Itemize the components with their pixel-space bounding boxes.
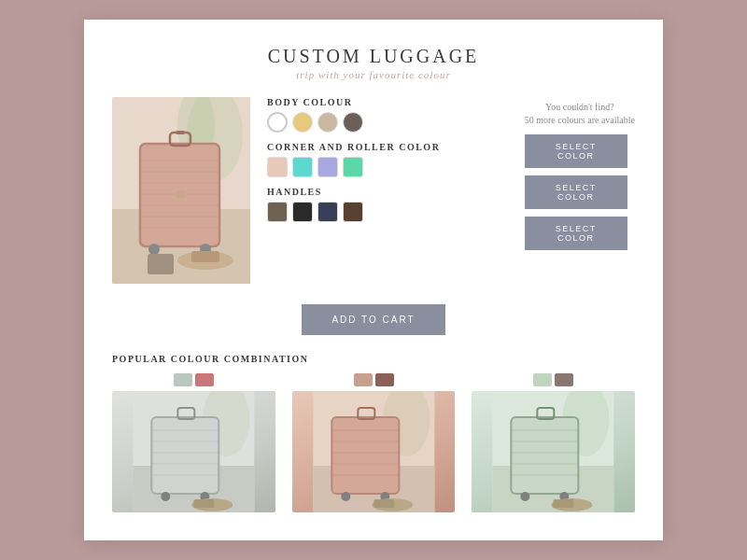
svg-rect-19 <box>191 251 219 262</box>
couldnt-find-line2: 50 more colours are available <box>525 114 635 127</box>
handle-swatch-0[interactable] <box>267 202 288 222</box>
corner-roller-label: CORNER AND ROLLER COLOR <box>267 142 508 152</box>
combo-swatch-1b <box>375 373 394 386</box>
handles-label: HANDLES <box>267 187 508 197</box>
corner-roller-swatches <box>267 157 508 177</box>
svg-point-62 <box>521 492 530 501</box>
add-to-cart-button[interactable]: ADd To CaRT <box>302 304 444 335</box>
combo-item-0[interactable] <box>112 373 275 512</box>
combo-swatch-2a <box>533 373 552 386</box>
handle-swatch-2[interactable] <box>317 202 338 222</box>
combo-img-2 <box>472 391 635 512</box>
corner-swatch-3[interactable] <box>343 157 363 177</box>
add-to-cart-wrap: ADd To CaRT <box>112 304 635 335</box>
svg-point-47 <box>341 492 350 501</box>
combo-swatches-1 <box>354 373 394 386</box>
svg-rect-39 <box>331 417 399 494</box>
svg-point-32 <box>161 492 170 501</box>
combo-swatch-0b <box>195 373 214 386</box>
options-section: BODY COLOUR CORNER AND ROLLER COLOR <box>267 97 508 284</box>
handles-row: HANDLES <box>267 187 508 222</box>
svg-rect-14 <box>176 131 185 134</box>
body-swatch-1[interactable] <box>292 112 313 133</box>
body-colour-swatches <box>267 112 508 133</box>
combo-swatch-2b <box>555 373 573 386</box>
combo-img-1 <box>292 391 456 512</box>
select-color-btn-2[interactable]: SELECT COLOR <box>525 175 627 209</box>
body-colour-label: BODY COLOUR <box>267 97 508 107</box>
combo-img-0 <box>112 391 275 512</box>
svg-rect-35 <box>193 499 214 508</box>
luggage-preview <box>112 97 250 284</box>
handle-swatch-3[interactable] <box>343 202 363 222</box>
corner-swatch-2[interactable] <box>317 157 338 177</box>
handles-swatches <box>267 202 508 222</box>
popular-section: POPULAR COLOUR COMBINATION <box>112 354 635 512</box>
page-subtitle: trip with your favourite colour <box>112 69 635 80</box>
svg-rect-54 <box>512 417 579 494</box>
combo-swatch-1a <box>354 373 373 386</box>
select-color-btn-3[interactable]: SELECT COLOR <box>525 217 627 250</box>
popular-label: POPULAR COLOUR COMBINATION <box>112 354 635 364</box>
right-info: You couldn't find? 50 more colours are a… <box>525 97 635 284</box>
combo-swatches-2 <box>533 373 573 386</box>
top-section: BODY COLOUR CORNER AND ROLLER COLOR <box>112 97 635 284</box>
couldnt-find-text: You couldn't find? 50 more colours are a… <box>525 101 635 127</box>
combo-item-1[interactable] <box>292 373 456 512</box>
svg-point-15 <box>148 244 160 255</box>
body-swatch-0[interactable] <box>267 112 288 133</box>
svg-rect-17 <box>176 190 186 198</box>
svg-rect-65 <box>554 499 574 508</box>
svg-rect-20 <box>148 254 174 274</box>
combo-item-2[interactable] <box>472 373 635 512</box>
combo-swatches-0 <box>174 373 214 386</box>
select-color-btn-1[interactable]: SELECT COLOR <box>525 134 627 168</box>
couldnt-find-line1: You couldn't find? <box>525 101 635 114</box>
handle-swatch-1[interactable] <box>292 202 313 222</box>
combo-swatch-0a <box>174 373 192 386</box>
body-swatch-2[interactable] <box>317 112 338 133</box>
popular-combos <box>112 373 635 512</box>
page-title: CUSTOM LUGGAGE <box>112 46 635 67</box>
svg-rect-50 <box>374 499 394 508</box>
svg-rect-24 <box>151 417 218 494</box>
body-colour-row: BODY COLOUR <box>267 97 508 133</box>
body-swatch-3[interactable] <box>343 112 363 133</box>
corner-swatch-1[interactable] <box>292 157 313 177</box>
corner-roller-row: CORNER AND ROLLER COLOR <box>267 142 508 177</box>
corner-swatch-0[interactable] <box>267 157 288 177</box>
main-card: CUSTOM LUGGAGE trip with your favourite … <box>84 20 663 540</box>
